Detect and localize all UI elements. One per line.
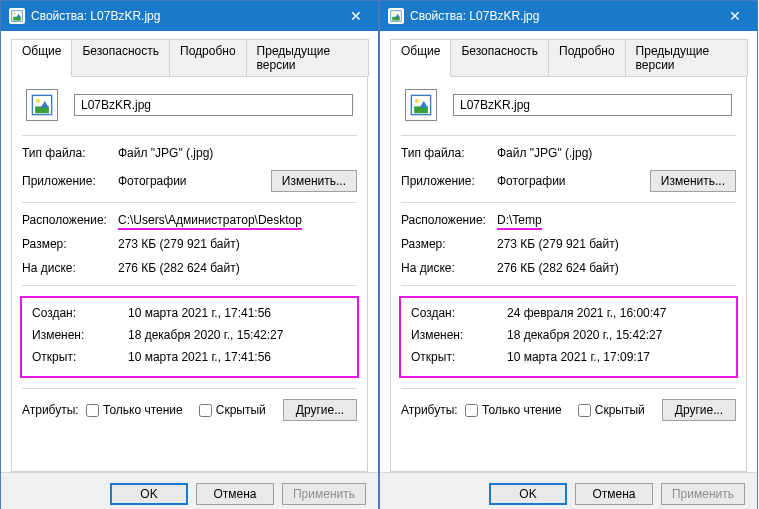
tab-security[interactable]: Безопасность (71, 39, 170, 76)
properties-window: Свойства: L07BzKR.jpg ✕ Общие Безопаснос… (379, 0, 758, 509)
modified-value: 18 декабря 2020 г., 15:42:27 (507, 328, 726, 342)
dialog-footer: OK Отмена Применить (380, 472, 757, 509)
other-attributes-button[interactable]: Другие... (283, 399, 357, 421)
ok-button[interactable]: OK (110, 483, 188, 505)
svg-point-6 (36, 99, 40, 103)
tab-bar: Общие Безопасность Подробно Предыдущие в… (11, 39, 368, 77)
tab-details[interactable]: Подробно (169, 39, 247, 76)
tab-details[interactable]: Подробно (548, 39, 626, 76)
tab-general[interactable]: Общие (390, 39, 451, 77)
disksize-label: На диске: (22, 261, 118, 275)
titlebar[interactable]: Свойства: L07BzKR.jpg ✕ (1, 1, 378, 31)
cancel-button[interactable]: Отмена (575, 483, 653, 505)
separator (401, 388, 736, 389)
tab-panel: Тип файла: Файл "JPG" (.jpg) Приложение:… (390, 77, 747, 472)
window-title: Свойства: L07BzKR.jpg (31, 9, 333, 23)
location-value: D:\Temp (497, 213, 736, 227)
readonly-checkbox[interactable]: Только чтение (86, 403, 183, 417)
attributes-label: Атрибуты: (22, 403, 86, 417)
location-label: Расположение: (401, 213, 497, 227)
content: Общие Безопасность Подробно Предыдущие в… (380, 31, 757, 472)
filename-input[interactable] (74, 94, 353, 116)
change-app-button[interactable]: Изменить... (271, 170, 357, 192)
tab-previous[interactable]: Предыдущие версии (625, 39, 748, 76)
created-label: Создан: (411, 306, 507, 320)
modified-label: Изменен: (411, 328, 507, 342)
filetype-value: Файл "JPG" (.jpg) (118, 146, 357, 160)
app-value: Фотографии (118, 174, 271, 188)
app-label: Приложение: (22, 174, 118, 188)
accessed-label: Открыт: (32, 350, 128, 364)
properties-window: Свойства: L07BzKR.jpg ✕ Общие Безопаснос… (0, 0, 379, 509)
separator (22, 285, 357, 286)
accessed-value: 10 марта 2021 г., 17:09:17 (507, 350, 726, 364)
modified-value: 18 декабря 2020 г., 15:42:27 (128, 328, 347, 342)
dates-highlight: Создан: 10 марта 2021 г., 17:41:56 Измен… (20, 296, 359, 378)
created-value: 10 марта 2021 г., 17:41:56 (128, 306, 347, 320)
content: Общие Безопасность Подробно Предыдущие в… (1, 31, 378, 472)
window-icon (9, 8, 25, 24)
created-label: Создан: (32, 306, 128, 320)
svg-point-10 (393, 13, 395, 15)
separator (22, 135, 357, 136)
close-button[interactable]: ✕ (712, 1, 757, 31)
location-label: Расположение: (22, 213, 118, 227)
size-label: Размер: (401, 237, 497, 251)
apply-button[interactable]: Применить (282, 483, 366, 505)
file-icon (26, 89, 58, 121)
size-label: Размер: (22, 237, 118, 251)
hidden-checkbox[interactable]: Скрытый (199, 403, 266, 417)
accessed-label: Открыт: (411, 350, 507, 364)
separator (401, 285, 736, 286)
separator (22, 388, 357, 389)
window-icon (388, 8, 404, 24)
disksize-label: На диске: (401, 261, 497, 275)
tab-panel: Тип файла: Файл "JPG" (.jpg) Приложение:… (11, 77, 368, 472)
filename-input[interactable] (453, 94, 732, 116)
close-button[interactable]: ✕ (333, 1, 378, 31)
size-value: 273 КБ (279 921 байт) (497, 237, 736, 251)
separator (401, 202, 736, 203)
app-value: Фотографии (497, 174, 650, 188)
filetype-label: Тип файла: (401, 146, 497, 160)
tab-security[interactable]: Безопасность (450, 39, 549, 76)
tab-previous[interactable]: Предыдущие версии (246, 39, 369, 76)
dates-highlight: Создан: 24 февраля 2021 г., 16:00:47 Изм… (399, 296, 738, 378)
created-value: 24 февраля 2021 г., 16:00:47 (507, 306, 726, 320)
hidden-checkbox[interactable]: Скрытый (578, 403, 645, 417)
modified-label: Изменен: (32, 328, 128, 342)
apply-button[interactable]: Применить (661, 483, 745, 505)
titlebar[interactable]: Свойства: L07BzKR.jpg ✕ (380, 1, 757, 31)
app-label: Приложение: (401, 174, 497, 188)
location-value: C:\Users\Администратор\Desktop (118, 213, 357, 227)
change-app-button[interactable]: Изменить... (650, 170, 736, 192)
size-value: 273 КБ (279 921 байт) (118, 237, 357, 251)
separator (401, 135, 736, 136)
disksize-value: 276 КБ (282 624 байт) (497, 261, 736, 275)
dialog-footer: OK Отмена Применить (1, 472, 378, 509)
tab-general[interactable]: Общие (11, 39, 72, 77)
readonly-checkbox[interactable]: Только чтение (465, 403, 562, 417)
cancel-button[interactable]: Отмена (196, 483, 274, 505)
file-icon (405, 89, 437, 121)
ok-button[interactable]: OK (489, 483, 567, 505)
other-attributes-button[interactable]: Другие... (662, 399, 736, 421)
filetype-label: Тип файла: (22, 146, 118, 160)
svg-point-14 (415, 99, 419, 103)
svg-point-2 (14, 13, 16, 15)
tab-bar: Общие Безопасность Подробно Предыдущие в… (390, 39, 747, 77)
attributes-label: Атрибуты: (401, 403, 465, 417)
accessed-value: 10 марта 2021 г., 17:41:56 (128, 350, 347, 364)
disksize-value: 276 КБ (282 624 байт) (118, 261, 357, 275)
window-title: Свойства: L07BzKR.jpg (410, 9, 712, 23)
filetype-value: Файл "JPG" (.jpg) (497, 146, 736, 160)
separator (22, 202, 357, 203)
